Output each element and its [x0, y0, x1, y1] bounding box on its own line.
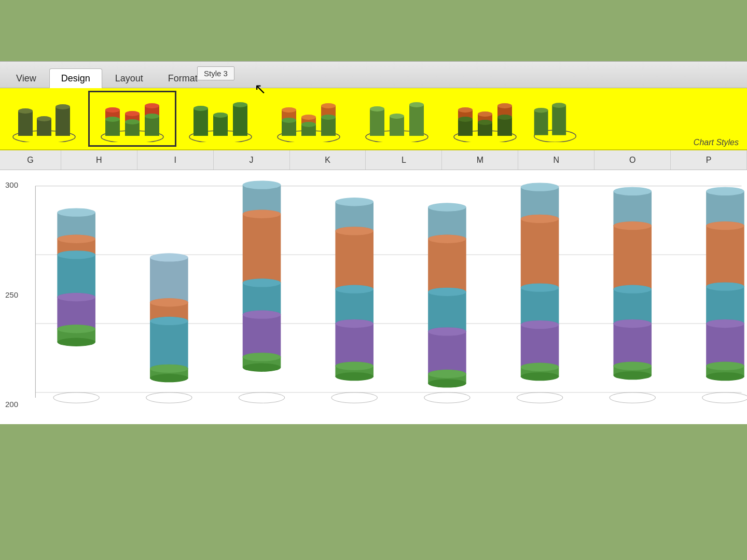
svg-point-60 [497, 115, 512, 120]
svg-rect-24 [213, 115, 228, 136]
chart-style-4[interactable] [265, 91, 353, 147]
tab-bar: View Design Layout Format [0, 61, 747, 88]
chart-style-6[interactable] [441, 91, 529, 147]
svg-point-72 [57, 208, 95, 217]
svg-point-35 [301, 115, 316, 120]
svg-point-40 [321, 115, 336, 120]
svg-rect-148 [521, 187, 559, 219]
svg-point-86 [53, 393, 99, 403]
svg-point-152 [521, 215, 559, 223]
chart-area: 300 250 200 [0, 170, 747, 424]
column-headers: G H I J K L M N O P [0, 150, 747, 170]
svg-point-194 [706, 372, 744, 381]
svg-point-7 [56, 104, 70, 109]
svg-rect-164 [613, 191, 652, 226]
svg-point-23 [193, 106, 208, 111]
svg-rect-100 [243, 185, 281, 214]
svg-rect-22 [193, 108, 208, 136]
tab-design[interactable]: Design [49, 68, 102, 88]
svg-point-39 [321, 103, 336, 108]
svg-rect-122 [335, 289, 374, 324]
top-green-area [0, 0, 747, 61]
svg-rect-119 [335, 231, 374, 289]
svg-point-114 [243, 363, 281, 372]
svg-rect-189 [706, 324, 744, 366]
chart-svg [0, 170, 747, 424]
svg-point-184 [706, 221, 744, 230]
svg-point-47 [409, 102, 424, 107]
svg-rect-77 [57, 255, 95, 297]
svg-point-20 [145, 114, 159, 119]
col-header-l: L [366, 150, 442, 170]
svg-point-120 [335, 227, 374, 235]
svg-point-104 [243, 210, 281, 218]
svg-point-63 [534, 108, 548, 113]
tab-layout[interactable]: Layout [103, 68, 155, 88]
svg-rect-44 [390, 116, 404, 136]
svg-point-171 [613, 285, 652, 293]
svg-point-165 [613, 187, 652, 195]
svg-rect-170 [613, 289, 652, 324]
svg-point-32 [282, 118, 296, 123]
style-tooltip: Style 3 [197, 66, 234, 80]
col-header-n: N [518, 150, 594, 170]
svg-rect-125 [335, 324, 374, 366]
col-header-m: M [442, 150, 518, 170]
svg-point-131 [331, 393, 377, 403]
svg-rect-106 [243, 283, 281, 314]
svg-point-12 [105, 117, 120, 122]
svg-rect-135 [428, 239, 466, 292]
svg-point-84 [57, 325, 95, 333]
col-header-g: G [0, 150, 61, 170]
svg-rect-116 [335, 202, 374, 231]
svg-point-146 [428, 379, 466, 387]
chart-styles-label: Chart Styles [694, 138, 739, 147]
svg-point-177 [613, 362, 652, 370]
svg-rect-167 [613, 226, 652, 289]
svg-point-107 [243, 278, 281, 287]
svg-point-113 [243, 353, 281, 361]
svg-point-88 [150, 253, 188, 261]
svg-point-162 [521, 372, 559, 381]
svg-point-136 [428, 235, 466, 243]
svg-point-56 [478, 120, 492, 125]
chart-style-2[interactable] [88, 91, 176, 147]
svg-point-130 [335, 372, 374, 381]
svg-rect-151 [521, 219, 559, 288]
svg-point-158 [521, 320, 559, 329]
svg-point-16 [125, 119, 140, 124]
svg-point-142 [428, 327, 466, 335]
svg-rect-62 [534, 110, 548, 135]
svg-point-174 [613, 319, 652, 328]
svg-point-78 [57, 250, 95, 259]
svg-point-145 [428, 370, 466, 378]
col-header-p: P [671, 150, 747, 170]
col-header-h: H [61, 150, 137, 170]
svg-point-126 [335, 319, 374, 328]
chart-style-5[interactable] [353, 91, 441, 147]
chart-style-3[interactable] [176, 91, 265, 147]
svg-point-51 [458, 107, 473, 113]
svg-point-163 [517, 393, 562, 403]
svg-rect-138 [428, 292, 466, 332]
tab-view[interactable]: View [4, 68, 48, 88]
svg-point-168 [613, 221, 652, 230]
svg-rect-154 [521, 288, 559, 325]
svg-point-181 [706, 187, 744, 195]
svg-point-91 [150, 298, 188, 306]
svg-point-75 [57, 235, 95, 243]
svg-point-133 [428, 203, 466, 211]
svg-point-31 [282, 107, 296, 113]
svg-point-36 [301, 122, 316, 127]
svg-point-161 [521, 363, 559, 371]
svg-point-110 [243, 311, 281, 319]
chart-style-1[interactable] [0, 91, 88, 147]
svg-point-190 [706, 319, 744, 328]
svg-point-94 [150, 317, 188, 325]
svg-rect-141 [428, 331, 466, 374]
svg-point-155 [521, 283, 559, 291]
bottom-green-area [0, 424, 747, 497]
col-header-k: K [290, 150, 366, 170]
chart-style-7[interactable] [529, 91, 581, 147]
svg-point-85 [57, 338, 95, 346]
